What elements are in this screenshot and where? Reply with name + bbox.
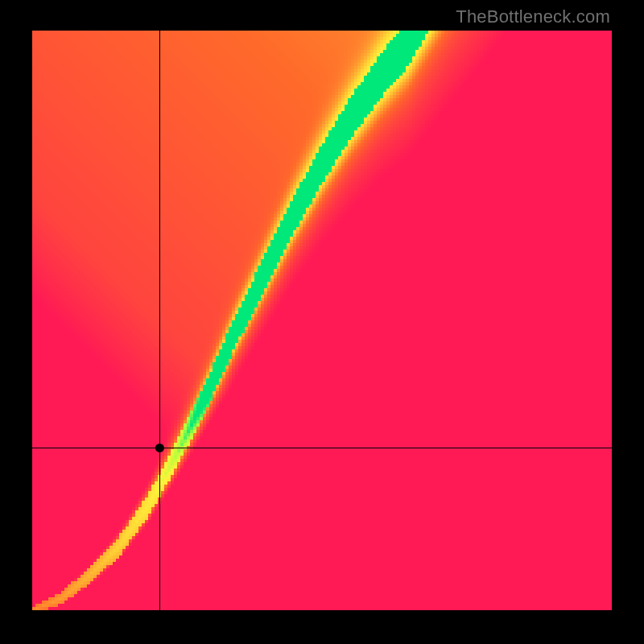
chart-stage: TheBottleneck.com <box>0 0 644 644</box>
watermark-text: TheBottleneck.com <box>456 6 610 27</box>
heatmap-plot <box>32 31 612 610</box>
heatmap-canvas <box>32 31 612 610</box>
